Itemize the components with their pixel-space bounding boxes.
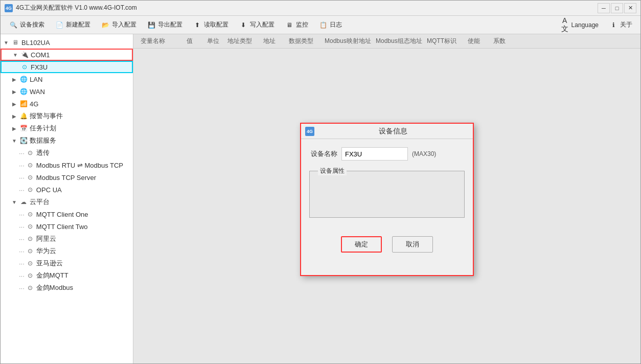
sidebar-item-mqtt-one[interactable]: ··· ⊙ MQTT Client One [1,208,133,220]
about-button[interactable]: ℹ 关于 [605,19,636,31]
device-name-row: 设备名称 (MAX30) [309,147,465,161]
bl-icon: 🖥 [11,38,20,47]
expand-icon: ▼ [3,39,10,46]
confirm-button[interactable]: 确定 [341,236,382,253]
sidebar-item-alarm[interactable]: ▶ 🔔 报警与事件 [1,110,133,122]
sidebar-label-mqtt-two: MQTT Client Two [36,223,88,231]
sidebar-label-modbus-rtu: Modbus RTU ⇌ Modbus TCP [36,162,123,169]
lan-expand-icon: ▶ [11,76,18,83]
sidebar-label-alarm: 报警与事件 [30,111,63,121]
export-config-button[interactable]: 💾 导出配置 [143,19,187,31]
4g-expand-icon: ▶ [11,100,18,107]
sidebar-label-jinge-modbus: 金鸽Modbus [36,283,73,292]
dot-icon5: ··· [19,211,25,218]
title-bar-controls: ─ □ ✕ [598,3,636,13]
sidebar-item-amazon[interactable]: ··· ⊙ 亚马逊云 [1,257,133,269]
export-icon: 💾 [147,20,156,30]
sidebar-item-opc-ua[interactable]: ··· ⊙ OPC UA [1,184,133,196]
lan-icon: 🌐 [19,75,28,84]
sidebar-item-modbus-tcp[interactable]: ··· ⊙ Modbus TCP Server [1,171,133,184]
sidebar-item-jinge-mqtt[interactable]: ··· ⊙ 金鸽MQTT [1,269,133,282]
import-config-label: 导入配置 [112,20,136,29]
language-label: Language [571,21,599,29]
device-attr-legend: 设备属性 [318,167,347,175]
com1-expand-icon: ▼ [12,51,19,58]
data-icon: 💽 [19,136,28,145]
modal-title: 设备信息 [317,127,469,136]
sidebar-item-data-service[interactable]: ▼ 💽 数据服务 [1,134,133,147]
sidebar-item-lan[interactable]: ▶ 🌐 LAN [1,73,133,85]
write-config-button[interactable]: ⬇ 写入配置 [235,19,279,31]
sidebar-label-lan: LAN [30,76,42,83]
dot-icon9: ··· [19,260,25,267]
sidebar-item-mqtt-two[interactable]: ··· ⊙ MQTT Client Two [1,220,133,233]
device-name-label: 设备名称 [309,149,337,158]
amazon-icon: ⊙ [26,259,35,268]
sidebar-label-task: 任务计划 [30,124,56,133]
device-attr-fieldset: 设备属性 [309,167,465,218]
monitor-button[interactable]: 🖥 监控 [281,19,312,31]
dot-icon3: ··· [19,174,25,181]
read-config-button[interactable]: ⬆ 读取配置 [189,19,233,31]
maximize-button[interactable]: □ [611,3,623,13]
dot-icon7: ··· [19,235,25,243]
mqtt-one-icon: ⊙ [26,210,35,219]
cancel-button[interactable]: 取消 [392,236,433,253]
import-config-button[interactable]: 📂 导入配置 [97,19,141,31]
monitor-icon: 🖥 [285,20,294,30]
sidebar-label-mqtt-one: MQTT Client One [36,211,88,218]
sidebar-item-task[interactable]: ▶ 📅 任务计划 [1,122,133,134]
device-name-hint: (MAX30) [412,150,436,157]
search-icon: 🔍 [9,20,18,30]
about-icon: ℹ [609,20,618,30]
sidebar-item-modbus-rtu[interactable]: ··· ⊙ Modbus RTU ⇌ Modbus TCP [1,159,133,171]
device-search-button[interactable]: 🔍 设备搜索 [5,19,49,31]
sidebar-item-fx3u[interactable]: ⊙ FX3U [1,61,133,73]
language-button[interactable]: A文 Language [556,19,603,31]
sidebar-item-cloud[interactable]: ▼ ☁ 云平台 [1,196,133,208]
sidebar-item-bl102ua[interactable]: ▼ 🖥 BL102UA [1,36,133,49]
sidebar-label-data-service: 数据服务 [30,136,56,145]
sidebar-item-aliyun[interactable]: ··· ⊙ 阿里云 [1,233,133,245]
sidebar-label-aliyun: 阿里云 [36,234,56,243]
log-button[interactable]: 📋 日志 [314,19,346,31]
dot-icon2: ··· [19,162,25,169]
sidebar-label-transparent: 透传 [36,148,50,157]
title-bar: 4G 4G工业网关配置软件 V1.0 www.4G-IOT.com ─ □ ✕ [1,1,640,16]
read-icon: ⬆ [193,20,202,30]
jinge-modbus-icon: ⊙ [26,283,35,292]
modal-title-icon: 4G [305,127,314,136]
sidebar-label-fx3u: FX3U [31,63,48,71]
sidebar-item-wan[interactable]: ▶ 🌐 WAN [1,85,133,98]
log-icon: 📋 [318,20,328,30]
sidebar-item-com1[interactable]: ▼ 🔌 COM1 [1,49,133,61]
sidebar-item-4g[interactable]: ▶ 📶 4G [1,98,133,110]
log-label: 日志 [330,20,342,29]
content-area: 变量名称 值 单位 地址类型 地址 数据类型 Modbus映射地址 Modbus… [133,34,640,364]
sidebar-label-amazon: 亚马逊云 [36,259,63,268]
export-config-label: 导出配置 [158,20,182,29]
sidebar-label-modbus-tcp: Modbus TCP Server [36,174,96,181]
sidebar-label-com1: COM1 [31,51,50,59]
huawei-icon: ⊙ [26,246,35,256]
4g-icon: 📶 [19,99,28,108]
wan-icon: 🌐 [19,87,28,96]
sidebar-label-wan: WAN [30,88,45,96]
dot-icon10: ··· [19,272,25,280]
sidebar-item-transparent[interactable]: ··· ⊙ 透传 [1,147,133,159]
monitor-label: 监控 [296,20,308,29]
transparent-icon: ⊙ [26,148,35,157]
import-icon: 📂 [101,20,110,30]
modal-footer: 确定 取消 [301,232,473,261]
modal-title-bar: 4G 设备信息 [301,124,473,139]
sidebar-item-jinge-modbus[interactable]: ··· ⊙ 金鸽Modbus [1,282,133,294]
device-search-label: 设备搜索 [20,20,44,29]
dot-icon: ··· [19,149,25,157]
close-button[interactable]: ✕ [624,3,636,13]
new-config-button[interactable]: 📄 新建配置 [51,19,95,31]
device-name-input[interactable] [341,147,408,161]
sidebar-item-huawei[interactable]: ··· ⊙ 华为云 [1,245,133,257]
sidebar: ▼ 🖥 BL102UA ▼ 🔌 COM1 ⊙ FX3U ▶ 🌐 LAN ▶ 🌐 … [1,34,133,364]
minimize-button[interactable]: ─ [598,3,610,13]
aliyun-icon: ⊙ [26,234,35,243]
